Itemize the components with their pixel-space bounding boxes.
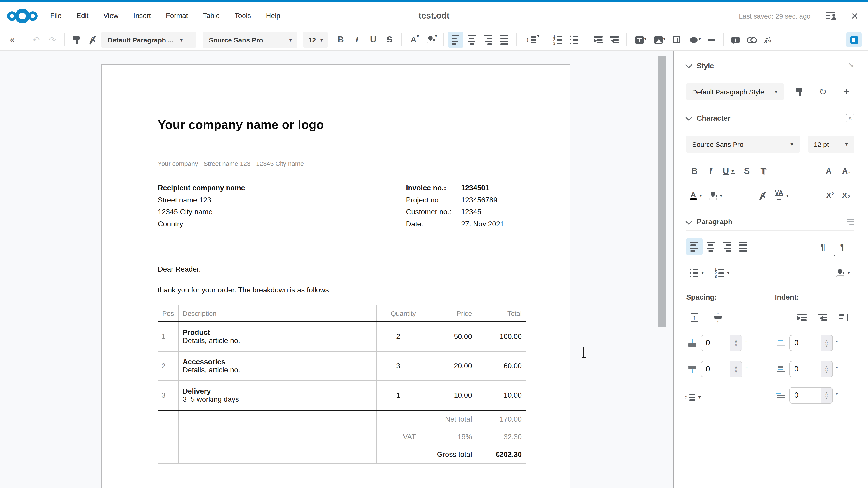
stepper[interactable]: ∧∨ — [820, 361, 832, 377]
ordered-list-button[interactable]: 123 — [550, 32, 565, 48]
after-indent-field[interactable]: 0∧∨ — [789, 361, 833, 377]
shadow-button[interactable]: T — [755, 163, 771, 180]
bold-button[interactable]: B — [333, 32, 348, 48]
align-center-button[interactable] — [703, 238, 719, 255]
document-canvas[interactable]: Your company name or logo Your company ·… — [0, 51, 673, 488]
character-dialog-icon[interactable]: A — [846, 114, 855, 123]
insert-table-button[interactable]: ▼ — [630, 32, 649, 48]
date-value: 27. Nov 2021 — [461, 218, 504, 230]
menu-table[interactable]: Table — [203, 12, 220, 20]
chevron-down-icon: ▼ — [774, 89, 778, 94]
highlight-color-button[interactable]: ▼ — [422, 32, 439, 48]
stepper[interactable]: ∧∨ — [820, 388, 832, 403]
indent-increase-button[interactable] — [590, 32, 606, 48]
line-spacing-button[interactable]: ↕▼ — [521, 32, 541, 48]
menu-format[interactable]: Format — [166, 12, 188, 20]
italic-button[interactable]: I — [349, 32, 365, 48]
font-color-button[interactable]: A▼ — [406, 32, 421, 48]
menu-file[interactable]: File — [50, 12, 61, 20]
character-spacing-button[interactable]: VA↔▼ — [771, 187, 794, 204]
clone-formatting-button[interactable] — [69, 32, 84, 48]
underline-button[interactable]: U▼ — [719, 163, 739, 180]
stepper[interactable]: ∧∨ — [730, 335, 742, 351]
character-section-header[interactable]: Character A — [686, 114, 855, 123]
font-color-button[interactable]: A▼ — [686, 187, 706, 204]
increase-indent-button[interactable] — [794, 308, 810, 326]
above-spacing-field[interactable]: 0∧∨ — [701, 335, 742, 351]
align-right-button[interactable] — [719, 238, 735, 255]
ltr-paragraph-button[interactable]: ¶→ — [815, 238, 835, 255]
stepper[interactable]: ∧∨ — [730, 361, 742, 377]
unordered-list-button[interactable]: ••• — [566, 32, 582, 48]
insert-shape-button[interactable]: ▼ — [685, 32, 703, 48]
align-justify-button[interactable] — [735, 238, 751, 255]
decrease-indent-button[interactable] — [815, 308, 831, 326]
sidebar-toggle-button[interactable] — [846, 32, 862, 48]
menu-tools[interactable]: Tools — [235, 12, 251, 20]
indent-decrease-button[interactable] — [607, 32, 622, 48]
ordered-list-button[interactable]: 123▼ — [712, 264, 733, 282]
new-style-button[interactable]: + — [838, 83, 855, 100]
paragraph-section-header[interactable]: Paragraph — [686, 218, 855, 226]
invoice-table[interactable]: Pos. Description Quantity Price Total 1 … — [158, 305, 526, 464]
menu-help[interactable]: Help — [266, 12, 280, 20]
shrink-font-button[interactable]: A↓ — [838, 163, 855, 180]
align-left-button[interactable] — [448, 32, 463, 48]
superscript-button[interactable]: X² — [822, 187, 838, 204]
underline-button[interactable]: U — [366, 32, 381, 48]
nextcloud-logo[interactable] — [7, 8, 37, 23]
undo-button[interactable]: ↶ — [29, 32, 44, 48]
stepper[interactable]: ∧∨ — [820, 335, 832, 351]
hanging-indent-button[interactable] — [835, 308, 852, 326]
insert-chart-button[interactable] — [669, 32, 684, 48]
refresh-style-button[interactable]: ↻ — [815, 83, 831, 100]
decrease-spacing-button[interactable]: ↓↑ — [710, 308, 726, 326]
open-panel-icon[interactable]: ⇲ — [848, 61, 855, 70]
paragraph-background-button[interactable]: ▼ — [833, 264, 855, 282]
close-icon[interactable]: × — [851, 12, 858, 20]
clear-formatting-button[interactable]: A — [754, 187, 771, 204]
collaborators-icon[interactable] — [826, 12, 836, 20]
below-spacing-field[interactable]: 0∧∨ — [701, 361, 742, 377]
first-line-indent-field[interactable]: 0∧∨ — [789, 387, 833, 403]
collapse-toolbar-button[interactable]: « — [4, 32, 20, 48]
menu-view[interactable]: View — [103, 12, 119, 20]
paragraph-dialog-icon[interactable] — [847, 219, 855, 225]
document-page[interactable]: Your company name or logo Your company ·… — [101, 64, 570, 488]
insert-link-button[interactable] — [744, 32, 759, 48]
redo-button[interactable]: ↷ — [45, 32, 60, 48]
align-justify-icon — [500, 34, 508, 46]
font-size-dropdown[interactable]: 12▼ — [303, 32, 328, 48]
special-character-button[interactable]: ≡♪&% — [760, 32, 776, 48]
font-size-select[interactable]: 12 pt▼ — [808, 135, 855, 153]
paragraph-style-dropdown[interactable]: Default Paragraph ...▼ — [101, 32, 196, 48]
align-justify-button[interactable] — [497, 32, 512, 48]
menu-insert[interactable]: Insert — [133, 12, 151, 20]
align-right-button[interactable] — [480, 32, 496, 48]
line-spacing-button[interactable]: ↕▼ — [683, 389, 704, 406]
align-left-button[interactable] — [686, 238, 703, 255]
increase-spacing-button[interactable]: ↕ — [686, 308, 703, 326]
subscript-button[interactable]: X₂ — [838, 187, 855, 204]
unordered-list-button[interactable]: •••▼ — [686, 264, 708, 282]
font-name-dropdown[interactable]: Source Sans Pro▼ — [203, 32, 298, 48]
update-style-button[interactable] — [791, 83, 807, 100]
insert-comment-button[interactable]: + — [727, 32, 743, 48]
strikethrough-button[interactable]: S — [382, 32, 397, 48]
vertical-scrollbar[interactable] — [658, 56, 666, 327]
insert-image-button[interactable]: ▼ — [649, 32, 668, 48]
menu-edit[interactable]: Edit — [76, 12, 88, 20]
italic-button[interactable]: I — [703, 163, 719, 180]
highlight-color-button[interactable]: ▼ — [706, 187, 726, 204]
horizontal-line-button[interactable] — [704, 32, 719, 48]
clear-formatting-button[interactable]: A — [85, 32, 100, 48]
style-section-header[interactable]: Style ⇲ — [686, 61, 855, 70]
rtl-paragraph-button[interactable]: ¶← — [835, 238, 855, 255]
before-indent-field[interactable]: 0∧∨ — [789, 335, 833, 351]
align-center-button[interactable] — [464, 32, 479, 48]
grow-font-button[interactable]: A↑ — [822, 163, 838, 180]
font-name-select[interactable]: Source Sans Pro▼ — [686, 135, 800, 153]
paragraph-style-select[interactable]: Default Paragraph Style▼ — [686, 83, 784, 100]
bold-button[interactable]: B — [686, 163, 703, 180]
strikethrough-button[interactable]: S — [739, 163, 755, 180]
